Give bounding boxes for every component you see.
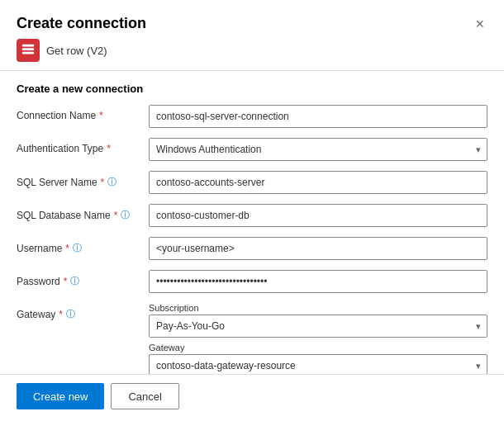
info-icon: ⓘ — [70, 275, 79, 287]
auth-type-row: Authentication Type * Windows Authentica… — [17, 138, 487, 163]
gateway-resource-select-wrap: contoso-data-gateway-resource ▾ — [149, 354, 487, 374]
sql-server-name-wrap — [149, 171, 487, 194]
required-marker: * — [59, 309, 63, 320]
username-input[interactable] — [149, 237, 487, 260]
password-wrap — [149, 270, 487, 293]
connector-name: Get row (V2) — [46, 45, 107, 57]
subscription-label: Subscription — [149, 303, 487, 313]
close-button[interactable]: × — [472, 15, 487, 33]
username-wrap — [149, 237, 487, 260]
auth-type-select[interactable]: Windows Authentication SQL Server Authen… — [149, 138, 487, 161]
connection-name-wrap — [149, 105, 487, 128]
username-label: Username * ⓘ — [17, 237, 149, 254]
gateway-resource-label: Gateway — [149, 343, 487, 352]
subscription-section: Subscription Pay-As-You-Go Enterprise ▾ — [149, 303, 487, 338]
svg-rect-2 — [22, 52, 34, 54]
required-marker: * — [107, 143, 111, 154]
auth-type-label: Authentication Type * — [17, 138, 149, 154]
subscription-select-wrap: Pay-As-You-Go Enterprise ▾ — [149, 315, 487, 338]
cancel-button[interactable]: Cancel — [111, 383, 178, 409]
create-new-button[interactable]: Create new — [17, 383, 104, 409]
gateway-label: Gateway * ⓘ — [17, 303, 149, 320]
connection-name-input[interactable] — [149, 105, 487, 128]
sql-db-name-label: SQL Database Name * ⓘ — [17, 204, 149, 221]
subscription-select[interactable]: Pay-As-You-Go Enterprise — [149, 315, 487, 338]
gateway-resource-section: Gateway contoso-data-gateway-resource ▾ — [149, 343, 487, 374]
info-icon: ⓘ — [73, 242, 82, 254]
password-input[interactable] — [149, 270, 487, 293]
required-marker: * — [64, 276, 68, 287]
sql-icon — [21, 43, 36, 58]
username-row: Username * ⓘ — [17, 237, 487, 262]
sql-db-name-input[interactable] — [149, 204, 487, 227]
header-left: Create connection Get row (V2) — [17, 15, 146, 62]
sql-server-name-label: SQL Server Name * ⓘ — [17, 171, 149, 188]
gateway-resource-select[interactable]: contoso-data-gateway-resource — [149, 354, 487, 374]
sql-server-name-row: SQL Server Name * ⓘ — [17, 171, 487, 196]
info-icon: ⓘ — [121, 209, 130, 221]
required-marker: * — [114, 210, 118, 221]
password-row: Password * ⓘ — [17, 270, 487, 295]
info-icon: ⓘ — [66, 308, 75, 320]
gateway-row: Gateway * ⓘ Subscription Pay-As-You-Go E… — [17, 303, 487, 374]
create-connection-modal: Create connection Get row (V2) × Create … — [0, 0, 504, 421]
section-title: Create a new connection — [17, 83, 487, 95]
gateway-wrap: Subscription Pay-As-You-Go Enterprise ▾ … — [149, 303, 487, 374]
required-marker: * — [99, 110, 103, 121]
gateway-group: Subscription Pay-As-You-Go Enterprise ▾ … — [149, 303, 487, 374]
required-marker: * — [65, 243, 69, 254]
auth-type-wrap: Windows Authentication SQL Server Authen… — [149, 138, 487, 161]
auth-type-select-wrap: Windows Authentication SQL Server Authen… — [149, 138, 487, 161]
svg-rect-0 — [22, 45, 34, 47]
connector-row: Get row (V2) — [17, 39, 146, 62]
connector-icon — [17, 39, 40, 62]
info-icon: ⓘ — [107, 176, 116, 188]
modal-body: Create a new connection Connection Name … — [0, 71, 504, 374]
svg-rect-1 — [22, 48, 34, 50]
password-label: Password * ⓘ — [17, 270, 149, 287]
sql-db-name-row: SQL Database Name * ⓘ — [17, 204, 487, 229]
connection-name-label: Connection Name * — [17, 105, 149, 121]
modal-footer: Create new Cancel — [0, 374, 504, 421]
sql-server-name-input[interactable] — [149, 171, 487, 194]
sql-db-name-wrap — [149, 204, 487, 227]
modal-title: Create connection — [17, 15, 146, 32]
modal-header: Create connection Get row (V2) × — [0, 0, 504, 71]
connection-name-row: Connection Name * — [17, 105, 487, 130]
required-marker: * — [101, 177, 105, 188]
